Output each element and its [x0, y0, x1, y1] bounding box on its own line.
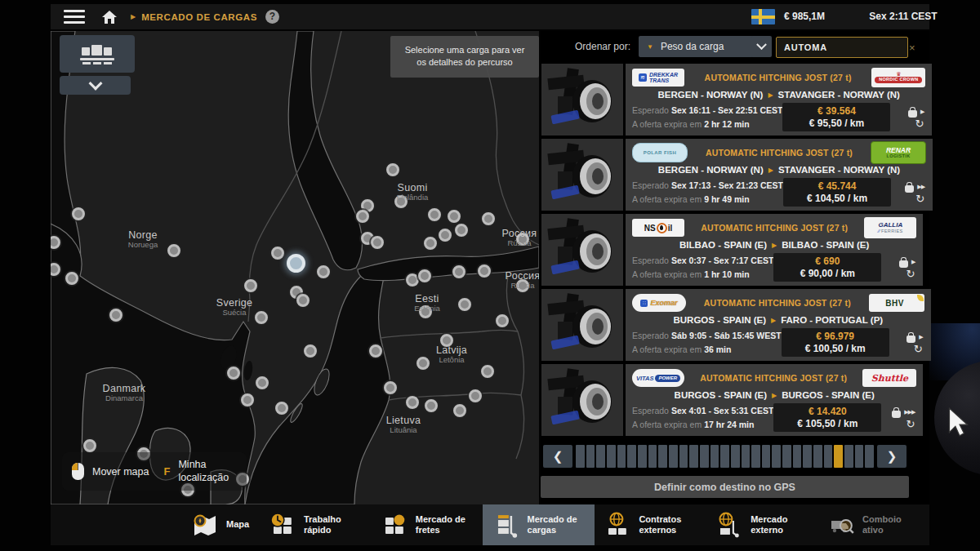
city-marker[interactable] [455, 224, 468, 237]
city-marker[interactable] [439, 229, 452, 242]
city-marker[interactable] [371, 236, 384, 249]
sort-dropdown[interactable]: ▼ Peso da carga [639, 36, 758, 57]
city-marker[interactable] [419, 305, 432, 318]
cargo-offer-row[interactable]: NSil AUTOMATIC HITCHING JOST (27 t) GALL… [541, 214, 909, 286]
city-marker[interactable] [481, 365, 494, 378]
page-block[interactable] [793, 445, 802, 468]
city-marker[interactable] [369, 344, 382, 358]
city-marker[interactable] [65, 272, 78, 285]
city-marker[interactable] [428, 208, 441, 221]
nav-item-mapa[interactable]: Mapa [181, 504, 259, 545]
page-block[interactable] [803, 445, 812, 468]
page-block[interactable] [607, 445, 616, 468]
next-page-button[interactable]: ❯ [877, 445, 906, 468]
city-marker[interactable] [416, 357, 430, 370]
collapse-map-button[interactable] [60, 76, 131, 95]
nav-item-mercado-externo[interactable]: Mercado externo [706, 504, 817, 545]
page-block[interactable] [813, 445, 822, 468]
page-block[interactable] [679, 445, 688, 468]
menu-icon[interactable] [64, 10, 85, 24]
home-icon[interactable] [101, 10, 118, 24]
city-marker[interactable] [516, 233, 529, 246]
city-marker[interactable] [83, 439, 96, 452]
page-block[interactable] [742, 445, 751, 468]
city-marker[interactable] [271, 247, 284, 260]
page-block[interactable] [762, 445, 771, 468]
city-marker[interactable] [72, 207, 85, 220]
city-marker[interactable] [418, 269, 431, 282]
clear-search-icon[interactable]: × [909, 42, 915, 54]
city-marker[interactable] [109, 309, 122, 322]
city-marker[interactable] [458, 298, 471, 311]
page-block[interactable] [669, 445, 678, 468]
nav-item-mercado-de-fretes[interactable]: Mercado de fretes [371, 504, 483, 545]
city-marker[interactable] [452, 265, 466, 278]
city-marker[interactable] [394, 195, 408, 208]
city-marker[interactable] [304, 344, 317, 358]
page-block[interactable] [710, 445, 719, 468]
page-block[interactable] [627, 445, 636, 468]
map-surface[interactable]: NorgeNoruegaSverigeSuéciaSuomiFinlândiaР… [51, 31, 539, 504]
help-icon[interactable]: ? [265, 10, 279, 24]
city-marker[interactable] [296, 294, 310, 307]
page-block[interactable] [731, 445, 740, 468]
cargo-offer-row[interactable]: VITAS POWER AUTOMATIC HITCHING JOST (27 … [541, 364, 909, 436]
page-block[interactable] [586, 445, 595, 468]
city-marker[interactable] [317, 265, 330, 278]
city-marker[interactable] [244, 279, 257, 292]
player-location-marker[interactable] [287, 254, 305, 273]
page-block[interactable] [855, 445, 864, 468]
page-block-current[interactable] [834, 445, 843, 468]
sort-dropdown-expand-button[interactable] [751, 36, 772, 57]
nav-item-trabalho-rapido[interactable]: Trabalho rápido [259, 504, 371, 545]
sender-company-logo: POLAR FISH [632, 143, 688, 162]
city-marker[interactable] [227, 367, 240, 380]
cargo-offer-row[interactable]: POLAR FISH AUTOMATIC HITCHING JOST (27 t… [541, 139, 909, 211]
city-marker[interactable] [356, 210, 369, 223]
cargo-offer-row[interactable]: ∷ Exomar AUTOMATIC HITCHING JOST (27 t) … [541, 289, 909, 361]
city-marker[interactable] [256, 376, 269, 389]
city-marker[interactable] [384, 381, 397, 394]
page-block[interactable] [700, 445, 709, 468]
city-marker[interactable] [478, 264, 491, 278]
page-block[interactable] [751, 445, 760, 468]
page-block[interactable] [648, 445, 657, 468]
city-marker[interactable] [167, 244, 180, 257]
page-block[interactable] [865, 445, 874, 468]
city-marker[interactable] [453, 404, 466, 417]
city-marker[interactable] [406, 273, 419, 287]
page-block[interactable] [772, 445, 781, 468]
city-marker[interactable] [241, 393, 254, 407]
city-marker[interactable] [516, 279, 529, 292]
cargo-offer-row[interactable]: ≋ DREKKARTRANS AUTOMATIC HITCHING JOST (… [541, 64, 909, 136]
city-marker[interactable] [255, 311, 268, 324]
nav-item-mercado-de-cargas[interactable]: Mercado de cargas [483, 504, 595, 545]
cargo-overview-button[interactable] [60, 35, 135, 73]
page-block[interactable] [638, 445, 647, 468]
city-marker[interactable] [386, 163, 399, 176]
set-gps-destination-button[interactable]: Definir como destino no GPS [541, 476, 909, 498]
city-marker[interactable] [440, 334, 453, 347]
page-block[interactable] [844, 445, 853, 468]
city-marker[interactable] [406, 396, 419, 409]
fast-delivery-icon: ▶▶▶ [904, 409, 915, 415]
price: € 96.979 [788, 331, 883, 342]
city-marker[interactable] [482, 212, 495, 225]
city-marker[interactable] [496, 314, 509, 327]
page-block[interactable] [824, 445, 833, 468]
nav-item-contratos-externos[interactable]: Contratos externos [595, 504, 706, 545]
page-block[interactable] [576, 445, 585, 468]
page-block[interactable] [720, 445, 729, 468]
page-block[interactable] [689, 445, 698, 468]
city-marker[interactable] [469, 389, 482, 402]
prev-page-button[interactable]: ❮ [543, 445, 572, 468]
city-marker[interactable] [275, 402, 288, 415]
city-marker[interactable] [448, 210, 461, 223]
page-block[interactable] [658, 445, 667, 468]
city-marker[interactable] [425, 399, 438, 412]
city-marker[interactable] [424, 237, 437, 250]
page-block[interactable] [782, 445, 791, 468]
search-input[interactable] [777, 42, 909, 52]
page-block[interactable] [596, 445, 605, 468]
page-block[interactable] [617, 445, 626, 468]
